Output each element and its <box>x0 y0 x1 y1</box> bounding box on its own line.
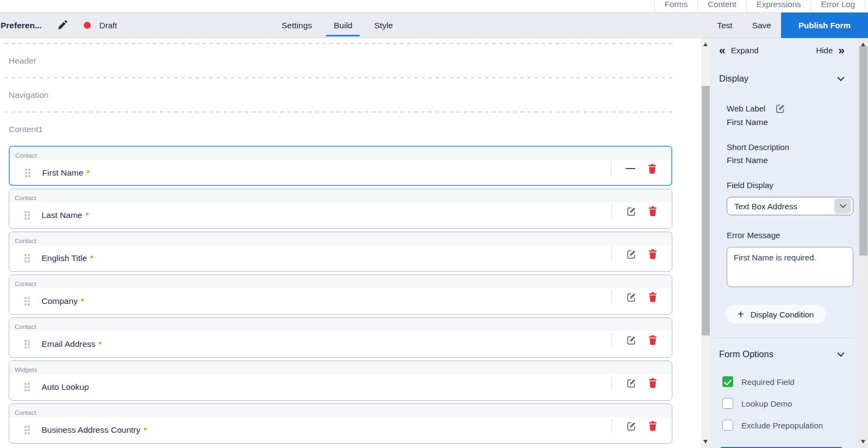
section-divider <box>4 77 673 78</box>
display-section-header[interactable]: Display <box>719 73 845 84</box>
top-nav-tab[interactable]: Error Log <box>810 0 865 13</box>
expand-panel-button[interactable]: « Expand <box>719 45 759 55</box>
top-nav-tab[interactable]: Expressions <box>746 0 811 13</box>
field-card[interactable]: Contact Last Name * <box>9 189 672 229</box>
field-card-header: Contact <box>10 147 671 160</box>
panel-scrollbar-thumb[interactable] <box>859 46 867 256</box>
edit-field-button[interactable] <box>624 376 638 390</box>
edit-web-label-button[interactable] <box>775 103 785 114</box>
field-card-body: Business Address Country * <box>9 417 672 443</box>
drag-handle-icon[interactable] <box>24 383 30 391</box>
edit-field-button[interactable] <box>624 419 638 433</box>
edit-field-button[interactable] <box>624 247 638 261</box>
collapse-field-button[interactable] <box>623 161 638 176</box>
section-header[interactable]: Header <box>9 56 701 66</box>
form-canvas: Header Navigation Content1 Contact First… <box>0 38 701 448</box>
action-divider <box>611 333 612 347</box>
scroll-up-arrow-icon[interactable] <box>703 42 708 46</box>
scroll-down-arrow-icon[interactable] <box>861 440 865 444</box>
double-chevron-right-icon: » <box>838 45 845 55</box>
edit-field-button[interactable] <box>624 290 638 304</box>
required-asterisk: * <box>85 210 89 220</box>
test-button[interactable]: Test <box>707 21 742 30</box>
action-divider <box>611 290 612 304</box>
field-card-body: First Name * <box>10 160 671 186</box>
checkbox-icon[interactable] <box>722 398 733 409</box>
section-navigation[interactable]: Navigation <box>9 90 701 100</box>
field-card-body: Auto Lookup <box>9 374 672 400</box>
section-divider <box>4 43 673 44</box>
editor-mode-tab[interactable]: Style <box>363 13 403 38</box>
hide-panel-button[interactable]: Hide » <box>816 45 845 55</box>
edit-field-button[interactable] <box>624 333 638 347</box>
form-options-checkbox-list: Required Field Lookup Demo Exclude Prepo… <box>717 376 846 431</box>
field-label: Auto Lookup <box>42 382 89 392</box>
edit-square-icon <box>626 335 636 345</box>
canvas-scrollbar[interactable] <box>701 38 710 448</box>
trash-icon <box>648 249 658 259</box>
edit-field-button[interactable] <box>624 204 638 218</box>
form-option-checkbox[interactable]: Lookup Demo <box>722 398 846 409</box>
top-nav-tab[interactable]: Content <box>697 0 746 13</box>
section-divider <box>4 111 673 113</box>
delete-field-button[interactable] <box>646 419 660 433</box>
field-category-label: Contact <box>15 238 36 244</box>
field-card[interactable]: Widgets Auto Lookup <box>9 360 672 401</box>
checkbox-icon[interactable] <box>722 420 733 431</box>
save-button[interactable]: Save <box>742 21 781 30</box>
editor-mode-tab[interactable]: Build <box>323 13 363 38</box>
field-card-actions <box>611 419 660 433</box>
draft-status-dot-icon <box>84 22 91 29</box>
drag-handle-icon[interactable] <box>24 254 30 263</box>
add-display-condition-button[interactable]: + Display Condition <box>726 305 826 323</box>
delete-field-button[interactable] <box>646 290 660 304</box>
field-card-body: Email Address * <box>9 331 672 357</box>
required-asterisk: * <box>86 168 90 178</box>
field-display-dropdown[interactable]: Text Box Address <box>727 197 853 215</box>
trash-icon <box>648 378 658 388</box>
field-card[interactable]: Contact Email Address * <box>9 318 672 358</box>
scroll-up-arrow-icon[interactable] <box>861 42 865 46</box>
drag-handle-icon[interactable] <box>24 426 30 434</box>
required-asterisk: * <box>90 253 93 263</box>
toolbar-left: Preferen... Draft <box>0 13 117 38</box>
short-description-value: First Name <box>727 155 846 165</box>
action-divider <box>611 247 612 261</box>
scroll-down-arrow-icon[interactable] <box>703 440 708 444</box>
section-content1[interactable]: Content1 <box>9 125 701 134</box>
delete-field-button[interactable] <box>646 333 660 347</box>
top-nav-tabs: Forms Content Expressions Error Log <box>654 0 865 13</box>
delete-field-button[interactable] <box>646 376 660 390</box>
checkbox-icon[interactable] <box>722 376 733 387</box>
delete-field-button[interactable] <box>646 204 660 218</box>
publish-form-button[interactable]: Publish Form <box>781 13 868 38</box>
field-label: Business Address Country <box>42 425 141 435</box>
drag-handle-icon[interactable] <box>25 169 30 177</box>
canvas-scrollbar-thumb[interactable] <box>702 86 710 335</box>
form-option-checkbox[interactable]: Exclude Prepopulation <box>722 420 846 431</box>
field-card[interactable]: Contact Company * <box>9 275 672 315</box>
field-card[interactable]: Contact First Name * <box>9 146 672 186</box>
form-option-checkbox[interactable]: Required Field <box>722 376 846 387</box>
delete-field-button[interactable] <box>645 161 659 176</box>
action-divider <box>611 204 612 218</box>
top-nav-tab[interactable]: Forms <box>654 0 698 13</box>
panel-scrollbar[interactable] <box>859 38 868 448</box>
edit-square-icon <box>626 249 636 259</box>
chevron-down-icon <box>837 351 845 358</box>
field-card[interactable]: Contact Business Address Country * <box>9 403 672 444</box>
delete-field-button[interactable] <box>646 247 660 261</box>
field-card[interactable]: Contact English Title * <box>9 232 672 272</box>
field-label: Last Name <box>42 210 83 220</box>
workspace: Header Navigation Content1 Contact First… <box>0 38 868 448</box>
drag-handle-icon[interactable] <box>24 297 30 306</box>
drag-handle-icon[interactable] <box>24 340 30 349</box>
editor-mode-tab[interactable]: Settings <box>271 13 323 38</box>
field-category-label: Contact <box>15 195 36 201</box>
field-list: Contact First Name * Contact Last Name * <box>0 146 701 444</box>
checkbox-label: Lookup Demo <box>741 399 792 408</box>
rename-form-button[interactable] <box>57 20 67 30</box>
form-options-section-header[interactable]: Form Options <box>719 349 845 359</box>
drag-handle-icon[interactable] <box>24 211 30 220</box>
error-message-textarea[interactable]: First Name is required. <box>727 247 853 287</box>
